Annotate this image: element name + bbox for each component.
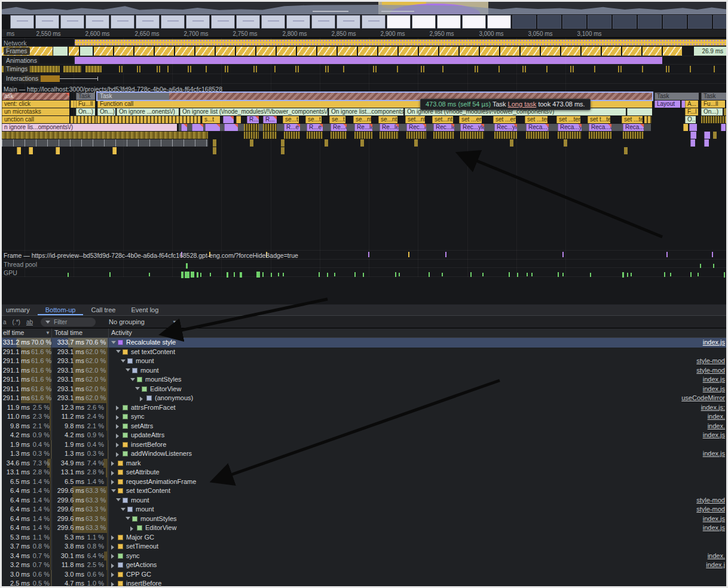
- flame-bar-rele[interactable]: Re...le: [380, 124, 399, 131]
- flame-bar[interactable]: [236, 116, 241, 123]
- activity-label[interactable]: setAttrs: [131, 422, 153, 429]
- table-row[interactable]: 3.0 ms0.6 %3.0 ms0.6 %CPP GC: [2, 570, 726, 580]
- table-row[interactable]: 4.2 ms0.9 %4.2 ms0.9 %updateAttrsindex.j…: [2, 431, 726, 440]
- gpu-tick[interactable]: [68, 273, 69, 277]
- filmstrip-thumbnail[interactable]: [161, 15, 185, 29]
- table-row[interactable]: 291.1 ms61.6 %293.1 ms62.0 %mountStylesi…: [2, 375, 726, 385]
- expander-closed-icon[interactable]: [116, 434, 119, 438]
- filmstrip-thumbnail[interactable]: [337, 15, 360, 29]
- activity-label[interactable]: updateAttrs: [131, 431, 164, 438]
- flame-bar-recayle[interactable]: Reca...yle: [623, 124, 644, 131]
- timing-block[interactable]: [63, 66, 81, 72]
- filmstrip-thumbnail[interactable]: [437, 15, 461, 29]
- match-case-icon[interactable]: a: [3, 319, 7, 325]
- expander-closed-icon[interactable]: [116, 424, 119, 429]
- filmstrip-thumbnail[interactable]: [713, 15, 728, 29]
- gpu-tick[interactable]: [283, 273, 284, 276]
- frame-chunk[interactable]: [80, 47, 93, 56]
- timing-mark[interactable]: [522, 66, 524, 72]
- source-link[interactable]: style-mod: [696, 357, 725, 364]
- filmstrip-thumbnail[interactable]: [85, 15, 109, 29]
- activity-label[interactable]: mount: [131, 496, 149, 504]
- frame-chunk-final[interactable]: 26.9 ms: [694, 47, 726, 56]
- flame-bar-recayle[interactable]: Reca...yle: [558, 124, 582, 131]
- timing-mark[interactable]: [666, 66, 667, 72]
- frame-event-tick[interactable]: [408, 252, 409, 257]
- flame-bar-ree[interactable]: Re...e: [331, 124, 347, 131]
- flame-bar-re[interactable]: R...e: [284, 124, 300, 131]
- table-row[interactable]: 3.2 ms0.7 %11.8 ms2.5 %getActionsindex.j: [2, 560, 726, 570]
- tab-ummary[interactable]: ummary: [0, 304, 38, 315]
- flame-bar-st[interactable]: s...t: [202, 116, 220, 123]
- flame-bar-o[interactable]: O...: [685, 116, 696, 123]
- flame-bar[interactable]: [17, 147, 21, 154]
- table-row[interactable]: 11.9 ms2.5 %12.3 ms2.6 %attrsFromFacetin…: [2, 403, 726, 413]
- flame-bar-setnt[interactable]: set...nt: [432, 116, 453, 123]
- gpu-tick[interactable]: [558, 272, 559, 277]
- grouping-select[interactable]: No grouping: [109, 318, 145, 325]
- frame-chunk[interactable]: [399, 47, 418, 56]
- gpu-tick[interactable]: [363, 273, 364, 277]
- flame-bar[interactable]: [2, 132, 208, 139]
- flame-bar[interactable]: [460, 132, 484, 139]
- filmstrip-thumbnail[interactable]: [286, 15, 310, 29]
- gpu-tick[interactable]: [185, 272, 189, 278]
- flame-bar[interactable]: [284, 132, 300, 139]
- timing-mark[interactable]: [423, 66, 424, 72]
- table-row[interactable]: 291.1 ms61.6 %293.1 ms62.0 %EditorViewin…: [2, 385, 726, 394]
- flame-bar[interactable]: [325, 139, 328, 147]
- gpu-tick[interactable]: [197, 272, 198, 278]
- source-link[interactable]: index.: [708, 413, 725, 420]
- timing-mark[interactable]: [253, 66, 255, 72]
- activity-label[interactable]: mount: [136, 505, 154, 513]
- frame-chunk[interactable]: [663, 47, 682, 56]
- frame-chunk[interactable]: [460, 47, 479, 56]
- long-task-link[interactable]: Long task: [508, 100, 537, 108]
- source-link[interactable]: index.js: [703, 339, 725, 346]
- table-row[interactable]: 6.4 ms1.4 %299.6 ms63.3 %mountStylesinde…: [2, 514, 726, 524]
- flame-bar-unmicrotasks[interactable]: un microtasks: [2, 108, 69, 115]
- frame-event-tick[interactable]: [666, 252, 668, 257]
- flame-bar-setnt[interactable]: set...nt: [405, 116, 425, 123]
- timing-mark[interactable]: [477, 66, 478, 72]
- activity-label[interactable]: EditorView: [145, 524, 176, 531]
- thread-pool-tick[interactable]: [186, 263, 188, 269]
- activity-label[interactable]: sync: [126, 552, 140, 559]
- gpu-tick[interactable]: [509, 272, 510, 277]
- filmstrip-thumbnail[interactable]: [10, 15, 34, 29]
- flame-bar[interactable]: [526, 132, 549, 139]
- timing-mark[interactable]: [570, 66, 571, 72]
- timing-mark[interactable]: [325, 66, 326, 72]
- flame-bar[interactable]: [263, 124, 277, 131]
- flame-bar[interactable]: [721, 124, 726, 131]
- gpu-tick[interactable]: [234, 272, 235, 277]
- frame-chunk[interactable]: [69, 47, 79, 56]
- timing-mark[interactable]: [475, 66, 476, 72]
- flame-bar-layout[interactable]: Layout: [654, 100, 680, 108]
- flame-bar-recayle[interactable]: Reca...yle: [526, 124, 549, 131]
- flame-bar-recyle[interactable]: Rec...yle: [494, 124, 517, 131]
- frame-chunk[interactable]: [439, 47, 458, 56]
- flame-bar-set[interactable]: se...t: [283, 116, 299, 123]
- flame-bar[interactable]: [380, 132, 399, 139]
- activity-label[interactable]: mount: [136, 357, 154, 364]
- flame-bar-full[interactable]: Fu...ll: [701, 100, 725, 108]
- flame-bar[interactable]: [713, 132, 717, 139]
- flame-bar[interactable]: [56, 147, 60, 154]
- thread-pool-tick[interactable]: [713, 264, 714, 268]
- timing-mark[interactable]: [442, 66, 443, 72]
- flame-bar-on[interactable]: On...): [701, 108, 723, 115]
- filmstrip-thumbnail[interactable]: [186, 15, 210, 29]
- expander-closed-icon[interactable]: [111, 480, 114, 485]
- table-row[interactable]: 3.7 ms0.8 %3.8 ms0.8 %setTimeout: [2, 542, 726, 552]
- activity-label[interactable]: (anonymous): [155, 394, 193, 401]
- flame-bar[interactable]: [263, 132, 277, 139]
- filmstrip-thumbnail[interactable]: [236, 15, 260, 29]
- flame-bar-setent[interactable]: set ...ent: [459, 116, 482, 123]
- timing-mark[interactable]: [397, 66, 398, 72]
- flame-bar-r[interactable]: R...: [247, 116, 259, 123]
- gpu-tick[interactable]: [109, 272, 111, 277]
- timing-mark[interactable]: [190, 66, 191, 72]
- column-divider[interactable]: [51, 328, 52, 588]
- timing-mark[interactable]: [167, 66, 169, 72]
